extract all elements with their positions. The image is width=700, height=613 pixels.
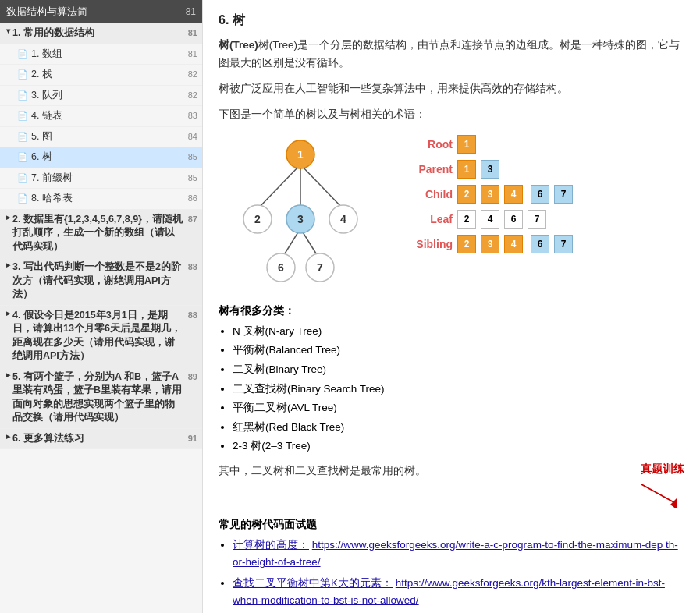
sidebar-item-s4[interactable]: ▸4. 假设今日是2015年3月1日，是期日，请算出13个月零6天后是星期几，距…	[0, 306, 202, 367]
tree-type-item: 二叉查找树(Binary Search Tree)	[233, 381, 684, 398]
sidebar-item-s1[interactable]: ▾1. 常用的数据结构81	[0, 23, 202, 44]
page-icon: 📄	[17, 152, 28, 162]
tree-type-item: N 叉树(N-ary Tree)	[233, 323, 684, 340]
diagram-area: 1 2 3 4 6 7 Root	[219, 135, 684, 293]
item-label: 6. 树	[31, 151, 185, 165]
sidebar-item-s1-5[interactable]: 📄5. 图84	[0, 127, 202, 148]
item-label: 5. 图	[31, 130, 185, 144]
collapse-icon: ▾	[6, 27, 10, 35]
item-label: 4. 链表	[31, 109, 185, 123]
svg-line-0	[258, 165, 300, 209]
item-num: 82	[188, 69, 197, 79]
sidebar-item-s1-8[interactable]: 📄8. 哈希表86	[0, 189, 202, 210]
expand-icon: ▸	[6, 370, 10, 379]
links-list: 计算树的高度： https://www.geeksforgeeks.org/wr…	[233, 537, 684, 613]
link-prefix: 查找二叉平衡树中第K大的元素：	[233, 577, 393, 589]
item-num: 82	[188, 90, 197, 100]
page-icon: 📄	[17, 69, 28, 80]
svg-line-2	[300, 165, 343, 209]
item-num: 84	[188, 132, 197, 141]
sidebar-item-s1-3[interactable]: 📄3. 队列82	[0, 86, 202, 107]
sidebar-header-num: 81	[186, 6, 196, 17]
svg-line-17	[641, 484, 677, 504]
item-label: 2. 栈	[31, 68, 185, 82]
expand-icon: ▸	[6, 309, 10, 317]
tree-type-item: 平衡二叉树(AVL Tree)	[233, 399, 684, 416]
item-label: 7. 前缀树	[31, 172, 185, 186]
section-title: 6. 树	[219, 12, 684, 29]
page-icon: 📄	[17, 193, 28, 204]
sidebar-title: 数据结构与算法简	[6, 5, 87, 19]
item-label: 1. 数组	[31, 48, 185, 62]
common-note: 其中，二叉树和二叉查找树是最常用的树。	[219, 462, 426, 480]
sidebar-item-s1-7[interactable]: 📄7. 前缀树85	[0, 168, 202, 190]
page-icon: 📄	[17, 90, 28, 101]
zhenti-label: 真题训练	[638, 462, 684, 477]
tree-type-item: 红黑树(Red Black Tree)	[233, 419, 684, 436]
legend-child: Child 2 3 4 6 7	[406, 185, 573, 204]
item-label: 5. 有两个篮子，分别为A 和B，篮子A里装有鸡蛋，篮子B里装有苹果，请用面向对…	[12, 370, 185, 425]
code-title: 常见的树代码面试题	[219, 518, 684, 532]
item-num: 81	[188, 28, 197, 37]
types-title: 树有很多分类：	[219, 304, 684, 318]
item-label: 6. 更多算法练习	[12, 432, 185, 446]
intro-para-1: 树(Tree)树(Tree)是一个分层的数据结构，由节点和连接节点的边组成。树是…	[219, 37, 684, 73]
item-label: 2. 数据里有{1,2,3,4,5,6,7,8,9}，请随机打乱顺序，生成一个新…	[12, 213, 185, 254]
sidebar-section: ▾1. 常用的数据结构81📄1. 数组81📄2. 栈82📄3. 队列82📄4. …	[0, 23, 202, 449]
intro-para-2: 树被广泛应用在人工智能和一些复杂算法中，用来提供高效的存储结构。	[219, 80, 684, 98]
expand-icon: ▸	[6, 213, 10, 221]
svg-text:3: 3	[297, 213, 304, 225]
svg-text:6: 6	[278, 261, 284, 274]
item-label: 4. 假设今日是2015年3月1日，是期日，请算出13个月零6天后是星期几，距离…	[12, 309, 185, 363]
item-num: 87	[188, 214, 197, 224]
main-content: 6. 树 树(Tree)树(Tree)是一个分层的数据结构，由节点和连接节点的边…	[203, 0, 700, 613]
link-prefix: 计算树的高度：	[233, 539, 309, 551]
tree-types-list: N 叉树(N-ary Tree)平衡树(Balanced Tree)二叉树(Bi…	[233, 323, 684, 455]
legend-parent: Parent 1 3	[406, 160, 573, 179]
sidebar-item-s1-6[interactable]: 📄6. 树85	[0, 147, 202, 168]
tree-legend: Root 1 Parent 1 3 Child 2 3 4 6 7 Leaf 2	[406, 135, 573, 260]
expand-icon: ▸	[6, 432, 10, 441]
legend-root: Root 1	[406, 135, 573, 154]
item-num: 83	[188, 111, 197, 120]
sidebar: 数据结构与算法简 81 ▾1. 常用的数据结构81📄1. 数组81📄2. 栈82…	[0, 0, 203, 613]
item-num: 88	[188, 262, 197, 271]
intro-para-3: 下图是一个简单的树以及与树相关的术语：	[219, 106, 684, 124]
sidebar-item-s1-4[interactable]: 📄4. 链表83	[0, 106, 202, 127]
svg-text:7: 7	[317, 261, 323, 274]
tree-term: 树(Tree)	[219, 39, 258, 51]
svg-text:2: 2	[254, 213, 261, 225]
item-num: 81	[188, 49, 197, 58]
sidebar-item-s1-1[interactable]: 📄1. 数组81	[0, 44, 202, 66]
item-label: 8. 哈希表	[31, 192, 185, 206]
tree-type-item: 二叉树(Binary Tree)	[233, 361, 684, 378]
item-num: 89	[188, 372, 197, 381]
item-label: 3. 写出代码判断一个整数是不是2的阶次方（请代码实现，谢绝调用API方法）	[12, 260, 185, 302]
link-item: 查找二叉平衡树中第K大的元素： https://www.geeksforgeek…	[233, 575, 684, 608]
expand-icon: ▸	[6, 260, 10, 269]
tree-type-item: 平衡树(Balanced Tree)	[233, 342, 684, 359]
svg-text:1: 1	[297, 148, 304, 161]
item-label: 1. 常用的数据结构	[12, 27, 185, 41]
legend-sibling: Sibling 2 3 4 6 7	[406, 235, 573, 253]
sidebar-item-s2[interactable]: ▸2. 数据里有{1,2,3,4,5,6,7,8,9}，请随机打乱顺序，生成一个…	[0, 210, 202, 258]
legend-leaf: Leaf 2 4 6 7	[406, 210, 573, 229]
page-icon: 📄	[17, 49, 28, 59]
page-icon: 📄	[17, 173, 28, 183]
sidebar-item-s6[interactable]: ▸6. 更多算法练习91	[0, 429, 202, 450]
sidebar-item-s1-2[interactable]: 📄2. 栈82	[0, 65, 202, 86]
item-num: 86	[188, 193, 197, 203]
zhenti-area: 真题训练	[638, 462, 684, 510]
sidebar-item-s3[interactable]: ▸3. 写出代码判断一个整数是不是2的阶次方（请代码实现，谢绝调用API方法）8…	[0, 257, 202, 306]
svg-text:4: 4	[340, 213, 346, 225]
tree-diagram: 1 2 3 4 6 7	[219, 135, 382, 293]
item-num: 85	[188, 173, 197, 182]
item-num: 88	[188, 310, 197, 320]
sidebar-item-s5[interactable]: ▸5. 有两个篮子，分别为A 和B，篮子A里装有鸡蛋，篮子B里装有苹果，请用面向…	[0, 367, 202, 429]
item-label: 3. 队列	[31, 89, 185, 103]
item-num: 85	[188, 152, 197, 161]
link-item: 计算树的高度： https://www.geeksforgeeks.org/wr…	[233, 537, 684, 570]
svg-marker-18	[670, 498, 677, 508]
page-icon: 📄	[17, 132, 28, 142]
page-icon: 📄	[17, 111, 28, 121]
